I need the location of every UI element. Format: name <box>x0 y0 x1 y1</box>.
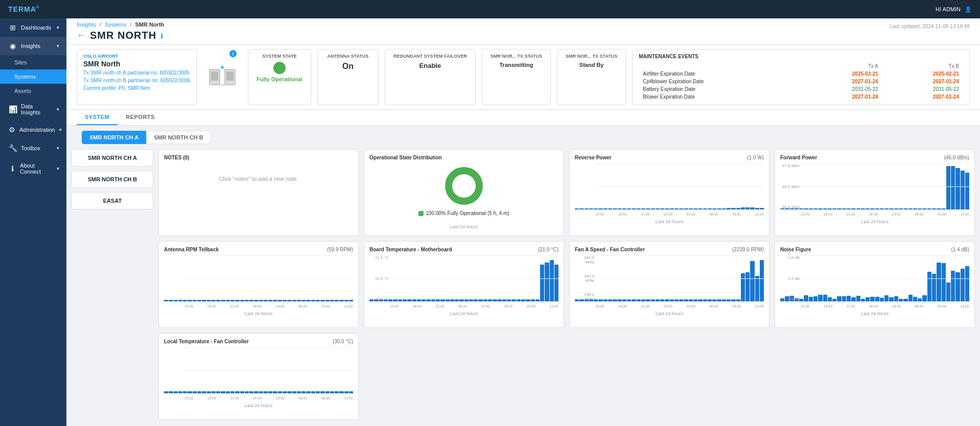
chart-reverse-title: Reverse Power <box>575 155 612 160</box>
chevron-icon: ▾ <box>57 107 59 112</box>
maint-row: Airfilter Expiration Date2025-02-212025-… <box>639 70 963 78</box>
sidebar-item-sites[interactable]: Sites <box>0 55 66 69</box>
chart-icon: 📊 <box>9 105 17 113</box>
tx-b-detail: Tx SMR north ch B part/serial no: 605502… <box>83 77 190 84</box>
user-icon: 👤 <box>965 6 972 13</box>
tab-reports[interactable]: REPORTS <box>118 110 163 125</box>
insights-icon: ◉ <box>9 42 17 50</box>
chart-reverse-value: (1.0 W) <box>747 155 764 160</box>
sidebar-item-about[interactable]: ℹ About Connect ▾ <box>0 157 66 180</box>
tx-status-b-card: SMR NOR... TX STATUS Stand By <box>557 49 626 105</box>
maintenance-table: Tx A Tx B Airfilter Expiration Date2025-… <box>639 62 963 101</box>
system-state-label: SYSTEM STATE <box>256 54 302 59</box>
status-text: Fully Operational <box>256 76 302 82</box>
scroll-area: SMR NORTH CH A SMR NORTH CH B SMR NORTH … <box>66 126 980 426</box>
x-labels-forward: 15:0018:0021:0000:0003:0006:0009:0012:00 <box>780 212 969 216</box>
tx-status-b-value: Stand By <box>566 62 617 68</box>
reverse-bar-container <box>575 163 764 209</box>
sidebar-label-administration: Administration <box>19 127 55 133</box>
chart-fan-title: Fan A Speed - Fan Controller <box>575 247 645 252</box>
last-label-1: Last 24 hours <box>575 219 764 224</box>
svg-rect-1 <box>211 72 218 81</box>
tx-status-b-label: SMR NOR... TX STATUS <box>566 54 617 59</box>
back-button[interactable]: ← <box>77 30 86 41</box>
left-card-easat[interactable]: EASAT <box>72 192 153 209</box>
chart-local-value: (30.0 °C) <box>333 339 353 344</box>
ch-tab-b[interactable]: SMR NORTH CH B <box>146 131 211 144</box>
chart-board-value: (21.0 °C) <box>538 247 558 252</box>
channel-tabs: SMR NORTH CH A SMR NORTH CH B <box>72 126 975 149</box>
chart-local-title: Local Temperature - Fan Controller <box>164 339 249 344</box>
chevron-icon: ▾ <box>57 43 59 49</box>
chart-fan-speed: Fan A Speed - Fan Controller (2239.0 RPM… <box>569 241 769 328</box>
svg-rect-3 <box>226 72 234 81</box>
system-icon: 1 <box>207 49 238 105</box>
notes-card: NOTES (0) Click "notes" to add a new not… <box>158 149 359 236</box>
antenna-value: On <box>326 62 370 71</box>
antenna-status-label: ANTENNA STATUS <box>326 54 370 59</box>
sidebar-item-administration[interactable]: ⚙ Administration ▾ <box>0 121 66 139</box>
system-name: SMR North <box>83 60 190 68</box>
breadcrumb-insights[interactable]: Insights <box>77 21 96 28</box>
sidebar-item-insights[interactable]: ◉ Insights ▾ <box>0 37 66 55</box>
sidebar-item-data-insights[interactable]: 📊 Data Insights ▾ <box>0 98 66 121</box>
page-info-icon[interactable]: ℹ <box>160 32 163 40</box>
maint-row: Blower Expiration Date2027-01-242027-01-… <box>639 93 963 101</box>
sidebar-item-dashboards[interactable]: ⊞ Dashboards ▾ <box>0 18 66 37</box>
donut-legend: 100.00% Fully Operational (5 h, 4 m) <box>418 210 509 216</box>
chevron-icon: ▾ <box>59 127 62 132</box>
chart-local-temp: Local Temperature - Fan Controller (30.0… <box>158 333 359 420</box>
forward-bar-container: 47.0 dBm 46.9 dBm 46.8 dBm <box>780 163 969 209</box>
left-card-chb[interactable]: SMR NORTH CH B <box>72 171 153 188</box>
sidebar-label-toolbox: Toolbox <box>21 145 40 151</box>
redundant-value: Enable <box>393 62 467 69</box>
sidebar-item-systems[interactable]: Systems <box>0 69 66 84</box>
last-label-2: Last 24 hours <box>780 219 969 224</box>
chart-forward-value: (46.0 dBm) <box>944 155 969 160</box>
chart-noise: Noise Figure (1.4 dB) 1.8 dB <box>775 241 975 328</box>
last-label-5: Last 24 hours <box>575 311 764 316</box>
ch-tab-a[interactable]: SMR NORTH CH A <box>82 131 146 144</box>
page-header: Insights / Systems / SMR North ← SMR NOR… <box>66 18 980 45</box>
toolbox-icon: 🔧 <box>9 144 17 152</box>
chart-row-1: NOTES (0) Click "notes" to add a new not… <box>158 149 975 236</box>
sidebar-item-assets[interactable]: Assets <box>0 84 66 98</box>
chart-reverse-power: Reverse Power (1.0 W) <box>569 149 769 236</box>
system-card: OSLO AIRPORT SMR North Tx SMR north ch A… <box>77 49 197 105</box>
chart-forward-power: Forward Power (46.0 dBm) 47. <box>775 149 975 236</box>
info-icon: ℹ <box>9 164 16 173</box>
breadcrumb-systems[interactable]: Systems <box>105 21 126 28</box>
right-panel: NOTES (0) Click "notes" to add a new not… <box>158 149 975 420</box>
tx-status-a-card: SMR NOR... TX STATUS Transmitting <box>482 49 551 105</box>
last-updated: Last updated: 2024-11-08 13:18:48 <box>890 21 970 29</box>
system-state-card: SYSTEM STATE Fully Operational <box>248 49 311 105</box>
user-info[interactable]: HI ADMIN 👤 <box>936 6 972 13</box>
last-label-3: Last 24 hours <box>164 311 353 316</box>
sidebar-label-data-insights: Data Insights <box>21 103 53 115</box>
tab-system[interactable]: SYSTEM <box>77 110 118 125</box>
redundant-label: REDUNDANT SYSTEM FAILOVER <box>393 54 467 59</box>
svg-point-7 <box>456 178 472 194</box>
svg-point-4 <box>221 66 224 69</box>
donut-chart <box>444 165 484 206</box>
notes-title: NOTES (0) <box>164 155 353 160</box>
sidebar: ⊞ Dashboards ▾ ◉ Insights ▾ Sites System… <box>0 18 66 426</box>
app-logo: TERMA® <box>8 5 40 13</box>
chart-operational-title: Operational State Distribution <box>369 155 442 160</box>
airport-label: OSLO AIRPORT <box>83 54 190 59</box>
system-info-bar: OSLO AIRPORT SMR North Tx SMR north ch A… <box>66 45 980 110</box>
chart-board-title: Board Temperature - Motherboard <box>369 247 452 252</box>
sidebar-item-toolbox[interactable]: 🔧 Toolbox ▾ <box>0 139 66 157</box>
tx-status-a-label: SMR NOR... TX STATUS <box>491 54 542 59</box>
chart-fan-value: (2239.0 RPM) <box>732 247 764 252</box>
tx-a-detail: Tx SMR north ch A part/serial no: 605502… <box>83 69 190 77</box>
left-card-cha[interactable]: SMR NORTH CH A <box>72 149 153 167</box>
main-layout: ⊞ Dashboards ▾ ◉ Insights ▾ Sites System… <box>0 18 980 426</box>
last-label-4: Last 24 hours <box>369 311 558 316</box>
col-tx-b: Tx B <box>882 62 963 70</box>
grid-lines <box>595 163 764 209</box>
chart-antenna-title: Antenna RPM Tellback <box>164 247 219 252</box>
last-label-0: Last 24 hours <box>369 224 558 229</box>
donut-container: 100.00% Fully Operational (5 h, 4 m) <box>369 160 558 221</box>
maint-row: Battery Expiration Date2031-05-222031-05… <box>639 85 963 93</box>
